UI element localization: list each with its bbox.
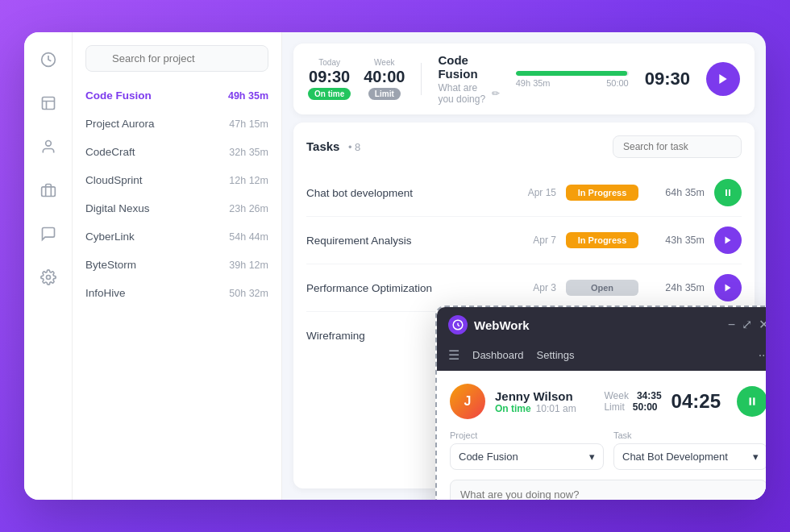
popup-header: WebWork − ⤢ ✕ <box>437 307 766 343</box>
task-name: Requirement Analysis <box>306 235 502 247</box>
task-name: Performance Optimization <box>306 282 502 294</box>
svg-rect-16 <box>750 397 751 405</box>
task-time: 43h 35m <box>648 235 705 246</box>
progress-current: 49h 35m <box>516 78 551 88</box>
project-name: Digital Nexus <box>85 202 150 214</box>
main-container: Code Fusion49h 35mProject Aurora47h 15mC… <box>24 32 766 500</box>
sidebar-icon-clock[interactable] <box>35 47 61 73</box>
task-action-button[interactable] <box>714 274 742 301</box>
sidebar-icon-user[interactable] <box>35 134 61 160</box>
project-time: 23h 26m <box>229 203 268 214</box>
svg-point-4 <box>45 141 51 147</box>
task-status-badge: In Progress <box>566 185 638 201</box>
week-stat-value: 34:35 <box>637 390 662 401</box>
project-time: 54h 44m <box>229 231 268 243</box>
task-name: Chat bot development <box>306 187 502 199</box>
progress-bar-fill <box>516 71 628 76</box>
user-name: Jenny Wilson <box>495 389 594 403</box>
project-item[interactable]: CyberLink54h 44m <box>73 222 281 251</box>
sidebar-icon-chat[interactable] <box>35 221 61 247</box>
week-time-box: Week 40:00 Limit <box>364 58 405 100</box>
today-label: Today <box>308 58 351 67</box>
week-stat-row: Week 34:35 <box>604 390 661 401</box>
sidebar-icon-settings[interactable] <box>35 264 61 290</box>
popup-expand-button[interactable]: ⤢ <box>742 318 752 331</box>
task-dropdown-label: Task <box>613 430 766 440</box>
project-dropdown[interactable]: Code Fusion ▾ <box>450 443 604 470</box>
task-date: Apr 15 <box>512 187 556 198</box>
today-time: 09:30 <box>308 69 351 85</box>
task-dropdown-group: Task Chat Bot Development ▾ <box>613 430 766 470</box>
project-item[interactable]: ByteStorm39h 12m <box>73 251 281 279</box>
task-chevron-icon: ▾ <box>753 451 759 463</box>
left-panel: Code Fusion49h 35mProject Aurora47h 15mC… <box>73 32 282 500</box>
header-project-name: Code Fusion <box>438 53 499 81</box>
today-time-box: Today 09:30 On time <box>308 58 351 100</box>
svg-rect-17 <box>753 397 755 405</box>
project-search-container <box>73 45 281 81</box>
popup-menu-icon: ☰ <box>448 347 459 363</box>
popup-nav-settings[interactable]: Settings <box>537 349 575 361</box>
task-action-button[interactable] <box>714 179 742 206</box>
popup-body: J Jenny Wilson On time 10:01 am Week 34:… <box>437 371 766 500</box>
week-stat-label: Week <box>604 390 628 401</box>
task-action-button[interactable] <box>714 227 742 254</box>
user-avatar: J <box>450 384 485 419</box>
header-play-button[interactable] <box>706 62 740 96</box>
svg-rect-10 <box>726 189 727 196</box>
webwork-popup: WebWork − ⤢ ✕ ☰ Dashboard Settings ··· J… <box>435 305 766 500</box>
popup-nav: ☰ Dashboard Settings ··· <box>437 343 766 371</box>
user-on-time-badge: On time <box>495 403 531 414</box>
progress-section: 49h 35m 50:00 <box>516 71 629 88</box>
edit-icon[interactable]: ✏ <box>492 88 500 99</box>
task-search-input[interactable] <box>613 135 742 158</box>
svg-marker-9 <box>719 74 726 84</box>
task-row: Requirement Analysis Apr 7 In Progress 4… <box>306 217 742 264</box>
task-row: Chat bot development Apr 15 In Progress … <box>306 169 742 217</box>
task-time: 24h 35m <box>648 282 705 293</box>
popup-dropdowns: Project Code Fusion ▾ Task Chat Bot Deve… <box>450 430 766 470</box>
limit-stat-row: Limit 50:00 <box>604 401 661 413</box>
project-name: CloudSprint <box>85 174 143 186</box>
header-project-subtitle: What are you doing? <box>438 82 488 105</box>
week-label: Week <box>364 58 405 67</box>
project-item[interactable]: Digital Nexus23h 26m <box>73 194 281 222</box>
project-search-input[interactable] <box>85 45 268 72</box>
user-row: J Jenny Wilson On time 10:01 am Week 34:… <box>450 384 766 419</box>
svg-rect-1 <box>42 98 54 110</box>
project-item[interactable]: Project Aurora47h 15m <box>73 110 281 138</box>
sidebar <box>24 32 73 500</box>
popup-nav-dashboard[interactable]: Dashboard <box>472 349 524 361</box>
limit-stat-value: 50:00 <box>633 401 658 413</box>
svg-rect-11 <box>729 189 730 196</box>
popup-minimize-button[interactable]: − <box>728 318 735 331</box>
project-item[interactable]: CloudSprint12h 12m <box>73 166 281 194</box>
tasks-title-group: Tasks • 8 <box>306 139 360 154</box>
project-time: 47h 15m <box>229 118 268 130</box>
task-dropdown[interactable]: Chat Bot Development ▾ <box>613 443 766 470</box>
popup-pause-button[interactable] <box>737 386 766 417</box>
project-item[interactable]: CodeCraft32h 35m <box>73 138 281 166</box>
header-divider <box>421 63 422 95</box>
task-date: Apr 3 <box>512 282 556 293</box>
svg-marker-13 <box>726 285 731 292</box>
project-item[interactable]: Code Fusion49h 35m <box>73 81 281 110</box>
popup-close-button[interactable]: ✕ <box>759 318 766 331</box>
project-name: CodeCraft <box>85 146 135 158</box>
svg-rect-5 <box>41 187 55 197</box>
sidebar-icon-list[interactable] <box>35 90 61 116</box>
svg-point-6 <box>46 276 50 280</box>
project-item[interactable]: InfoHive50h 32m <box>73 279 281 307</box>
on-time-badge: On time <box>308 88 351 100</box>
user-status: On time 10:01 am <box>495 403 594 414</box>
popup-nav-chat-icon[interactable]: ··· <box>759 348 766 363</box>
sidebar-icon-briefcase[interactable] <box>35 177 61 203</box>
project-time: 12h 12m <box>229 175 268 186</box>
project-dropdown-group: Project Code Fusion ▾ <box>450 430 604 470</box>
limit-badge: Limit <box>368 88 401 100</box>
doing-now-input[interactable] <box>450 480 766 500</box>
progress-bar-container <box>516 71 629 76</box>
tasks-title: Tasks <box>306 139 339 153</box>
project-time: 32h 35m <box>229 147 268 158</box>
task-dropdown-value: Chat Bot Development <box>622 451 728 463</box>
